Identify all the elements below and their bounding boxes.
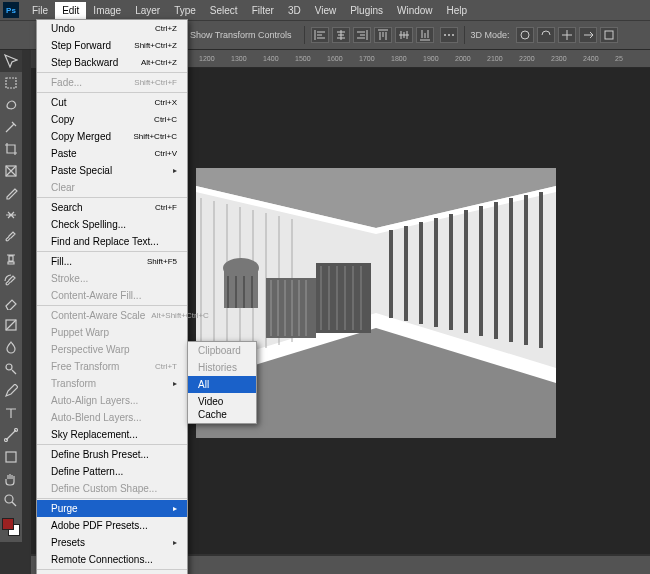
tool-heal[interactable] (0, 204, 22, 226)
ruler-tick: 1800 (391, 55, 423, 67)
menu-item-step-forward[interactable]: Step ForwardShift+Ctrl+Z (37, 37, 187, 54)
menu-item-cut[interactable]: CutCtrl+X (37, 94, 187, 111)
svg-point-0 (444, 34, 446, 36)
tool-zoom[interactable] (0, 490, 22, 512)
menu-item-perspective-warp: Perspective Warp (37, 341, 187, 358)
tool-shape[interactable] (0, 446, 22, 468)
ruler-tick: 2300 (551, 55, 583, 67)
menu-item-purge[interactable]: Purge (37, 500, 187, 517)
3d-pan-icon[interactable] (558, 27, 576, 43)
align-bottom-icon[interactable] (416, 27, 434, 43)
menu-plugins[interactable]: Plugins (343, 2, 390, 19)
tool-eyedrop[interactable] (0, 182, 22, 204)
tool-history[interactable] (0, 270, 22, 292)
menu-item-undo[interactable]: UndoCtrl+Z (37, 20, 187, 37)
svg-rect-33 (266, 278, 316, 338)
color-swatches[interactable] (0, 516, 22, 542)
ruler-tick: 1400 (263, 55, 295, 67)
tool-wand[interactable] (0, 116, 22, 138)
menu-help[interactable]: Help (440, 2, 475, 19)
3d-orbit-icon[interactable] (516, 27, 534, 43)
left-toolbar (0, 50, 22, 542)
menu-filter[interactable]: Filter (245, 2, 281, 19)
align-top-icon[interactable] (374, 27, 392, 43)
menu-item-content-aware-fill: Content-Aware Fill... (37, 287, 187, 304)
menu-item-adobe-pdf-presets[interactable]: Adobe PDF Presets... (37, 517, 187, 534)
menu-view[interactable]: View (308, 2, 344, 19)
more-options-icon[interactable] (440, 27, 458, 43)
3d-roll-icon[interactable] (537, 27, 555, 43)
menu-item-paste[interactable]: PasteCtrl+V (37, 145, 187, 162)
menu-window[interactable]: Window (390, 2, 440, 19)
tool-hand[interactable] (0, 468, 22, 490)
tool-brush[interactable] (0, 226, 22, 248)
tool-path[interactable] (0, 424, 22, 446)
menu-item-paste-special[interactable]: Paste Special (37, 162, 187, 179)
align-left-icon[interactable] (311, 27, 329, 43)
3d-slide-icon[interactable] (579, 27, 597, 43)
svg-rect-40 (316, 263, 371, 333)
svg-point-12 (5, 495, 13, 503)
menu-item-stroke: Stroke... (37, 270, 187, 287)
menu-item-copy[interactable]: CopyCtrl+C (37, 111, 187, 128)
svg-rect-11 (6, 452, 16, 462)
tool-dodge[interactable] (0, 358, 22, 380)
ruler-tick: 2200 (519, 55, 551, 67)
purge-all[interactable]: All (188, 376, 256, 393)
tool-type[interactable] (0, 402, 22, 424)
menu-select[interactable]: Select (203, 2, 245, 19)
menu-item-clear: Clear (37, 179, 187, 196)
menu-item-puppet-warp: Puppet Warp (37, 324, 187, 341)
tool-eraser[interactable] (0, 292, 22, 314)
tool-frame[interactable] (0, 160, 22, 182)
purge-video-cache[interactable]: Video Cache (188, 393, 256, 423)
menu-item-search[interactable]: SearchCtrl+F (37, 199, 187, 216)
svg-point-2 (452, 34, 454, 36)
menu-item-find-and-replace-text[interactable]: Find and Replace Text... (37, 233, 187, 250)
ruler-tick: 1600 (327, 55, 359, 67)
menu-type[interactable]: Type (167, 2, 203, 19)
ruler-tick: 2100 (487, 55, 519, 67)
menu-item-define-custom-shape: Define Custom Shape... (37, 480, 187, 497)
menu-item-presets[interactable]: Presets (37, 534, 187, 551)
menu-item-step-backward[interactable]: Step BackwardAlt+Ctrl+Z (37, 54, 187, 71)
tool-stamp[interactable] (0, 248, 22, 270)
menu-item-define-pattern[interactable]: Define Pattern... (37, 463, 187, 480)
purge-histories: Histories (188, 359, 256, 376)
tool-crop[interactable] (0, 138, 22, 160)
menu-item-copy-merged[interactable]: Copy MergedShift+Ctrl+C (37, 128, 187, 145)
menu-edit[interactable]: Edit (55, 2, 86, 19)
edit-menu-dropdown: UndoCtrl+ZStep ForwardShift+Ctrl+ZStep B… (36, 19, 188, 574)
tool-marquee[interactable] (0, 72, 22, 94)
menu-item-fade: Fade...Shift+Ctrl+F (37, 74, 187, 91)
menu-item-remote-connections[interactable]: Remote Connections... (37, 551, 187, 568)
align-middle-icon[interactable] (395, 27, 413, 43)
menu-3d[interactable]: 3D (281, 2, 308, 19)
menu-file[interactable]: File (25, 2, 55, 19)
ruler-tick: 1700 (359, 55, 391, 67)
ruler-tick: 1900 (423, 55, 455, 67)
menu-layer[interactable]: Layer (128, 2, 167, 19)
menu-item-content-aware-scale: Content-Aware ScaleAlt+Shift+Ctrl+C (37, 307, 187, 324)
show-transform-label: Show Transform Controls (190, 30, 292, 40)
menu-item-check-spelling[interactable]: Check Spelling... (37, 216, 187, 233)
ruler-tick: 1500 (295, 55, 327, 67)
menu-item-sky-replacement[interactable]: Sky Replacement... (37, 426, 187, 443)
menu-item-define-brush-preset[interactable]: Define Brush Preset... (37, 446, 187, 463)
align-buttons (311, 27, 434, 43)
menu-item-auto-align-layers: Auto-Align Layers... (37, 392, 187, 409)
3d-zoom-icon[interactable] (600, 27, 618, 43)
tool-lasso[interactable] (0, 94, 22, 116)
tool-gradient[interactable] (0, 314, 22, 336)
menu-item-fill[interactable]: Fill...Shift+F5 (37, 253, 187, 270)
svg-point-1 (448, 34, 450, 36)
tool-pen[interactable] (0, 380, 22, 402)
align-right-icon[interactable] (353, 27, 371, 43)
foreground-swatch[interactable] (2, 518, 14, 530)
tool-blur[interactable] (0, 336, 22, 358)
ruler-tick: 1300 (231, 55, 263, 67)
tool-move[interactable] (0, 50, 22, 72)
align-center-h-icon[interactable] (332, 27, 350, 43)
menu-item-free-transform: Free TransformCtrl+T (37, 358, 187, 375)
menu-image[interactable]: Image (86, 2, 128, 19)
